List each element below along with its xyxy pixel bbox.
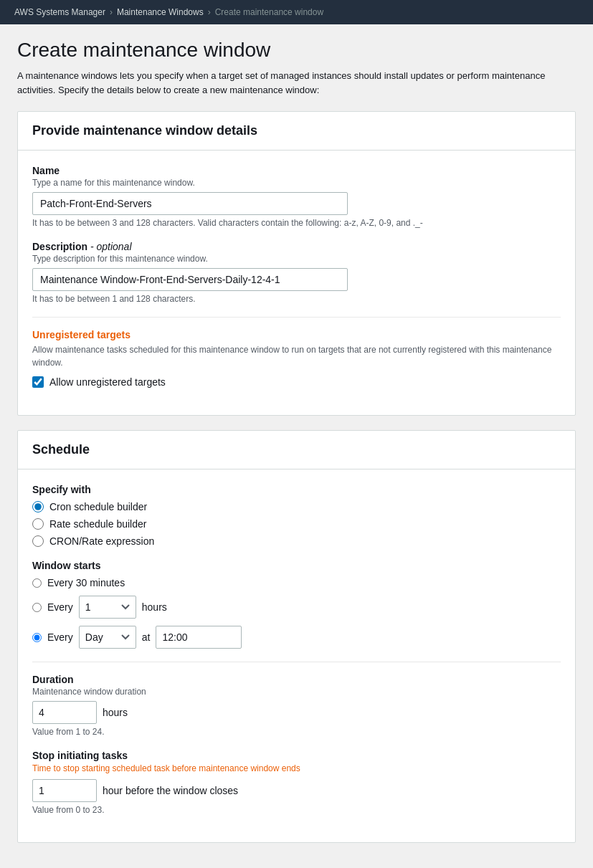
- description-validation: It has to be between 1 and 128 character…: [32, 294, 561, 304]
- name-hint: Type a name for this maintenance window.: [32, 178, 561, 188]
- schedule-card-body: Specify with Cron schedule builder Rate …: [18, 469, 575, 842]
- details-card-header: Provide maintenance window details: [18, 112, 575, 151]
- schedule-card-header: Schedule: [18, 431, 575, 469]
- duration-group: Duration Maintenance window duration hou…: [32, 674, 561, 737]
- every-hours-row: Every 1 2 3 6 12 hours: [32, 596, 561, 619]
- description-input[interactable]: [32, 268, 348, 291]
- duration-hint: Maintenance window duration: [32, 687, 561, 697]
- breadcrumb-sep-2: ›: [208, 7, 211, 17]
- cron-rate-expr-label[interactable]: CRON/Rate expression: [49, 535, 154, 547]
- breadcrumb-root[interactable]: AWS Systems Manager: [14, 7, 105, 17]
- cron-schedule-row: Cron schedule builder: [32, 501, 561, 512]
- stop-unit: hour before the window closes: [103, 785, 238, 796]
- every-30-label[interactable]: Every 30 minutes: [47, 577, 125, 588]
- breadcrumb-bar: AWS Systems Manager › Maintenance Window…: [0, 0, 593, 24]
- every-30-min-row: Every 30 minutes: [32, 577, 561, 588]
- duration-range: Value from 1 to 24.: [32, 727, 561, 737]
- page-description: A maintenance windows lets you specify w…: [17, 69, 576, 97]
- hours-select[interactable]: 1 2 3 6 12: [79, 596, 136, 619]
- every-30-radio[interactable]: [32, 578, 42, 588]
- hours-unit: hours: [142, 601, 167, 613]
- rate-schedule-label[interactable]: Rate schedule builder: [49, 518, 146, 530]
- stop-tasks-description: Time to stop starting scheduled task bef…: [32, 763, 561, 775]
- at-label: at: [142, 631, 151, 643]
- duration-input[interactable]: [32, 701, 97, 724]
- main-content: Create maintenance window A maintenance …: [0, 24, 593, 868]
- details-card: Provide maintenance window details Name …: [17, 111, 576, 416]
- page-title: Create maintenance window: [17, 39, 576, 62]
- rate-schedule-row: Rate schedule builder: [32, 518, 561, 530]
- schedule-section-title: Schedule: [32, 442, 561, 457]
- breadcrumb-current: Create maintenance window: [215, 7, 323, 17]
- window-starts-label: Window starts: [32, 560, 561, 571]
- duration-label: Duration: [32, 674, 561, 685]
- description-group: Description - optional Type description …: [32, 241, 561, 304]
- every-hours-label[interactable]: Every: [47, 601, 73, 613]
- window-starts-group: Window starts Every 30 minutes Every 1 2…: [32, 560, 561, 649]
- description-hint: Type description for this maintenance wi…: [32, 254, 561, 264]
- every-day-label[interactable]: Every: [47, 631, 73, 643]
- time-input[interactable]: [156, 626, 242, 649]
- allow-unregistered-label[interactable]: Allow unregistered targets: [49, 376, 166, 388]
- specify-with-label: Specify with: [32, 484, 561, 495]
- cron-rate-expr-radio[interactable]: [32, 535, 44, 547]
- every-day-radio[interactable]: [32, 633, 42, 642]
- details-card-body: Name Type a name for this maintenance wi…: [18, 151, 575, 415]
- cron-rate-expr-row: CRON/Rate expression: [32, 535, 561, 547]
- breadcrumb-sep-1: ›: [110, 7, 113, 17]
- unregistered-targets-group: Unregistered targets Allow maintenance t…: [32, 329, 561, 388]
- name-group: Name Type a name for this maintenance wi…: [32, 165, 561, 228]
- cron-schedule-label[interactable]: Cron schedule builder: [49, 501, 147, 512]
- cron-schedule-radio[interactable]: [32, 501, 44, 512]
- day-select[interactable]: Day Week Month: [79, 626, 136, 649]
- schedule-card: Schedule Specify with Cron schedule buil…: [17, 430, 576, 843]
- name-label: Name: [32, 165, 561, 176]
- breadcrumb-parent[interactable]: Maintenance Windows: [117, 7, 204, 17]
- description-label: Description - optional: [32, 241, 561, 252]
- allow-unregistered-row: Allow unregistered targets: [32, 376, 561, 388]
- every-hours-radio[interactable]: [32, 603, 42, 612]
- stop-input[interactable]: [32, 779, 97, 802]
- every-day-row: Every Day Week Month at: [32, 626, 561, 649]
- description-optional: - optional: [90, 241, 132, 252]
- stop-row: hour before the window closes: [32, 779, 561, 802]
- duration-unit: hours: [103, 707, 128, 718]
- name-input[interactable]: [32, 192, 348, 215]
- duration-row: hours: [32, 701, 561, 724]
- name-validation: It has to be between 3 and 128 character…: [32, 218, 561, 228]
- specify-with-group: Specify with Cron schedule builder Rate …: [32, 484, 561, 547]
- rate-schedule-radio[interactable]: [32, 518, 44, 530]
- stop-tasks-label: Stop initiating tasks: [32, 750, 561, 761]
- allow-unregistered-checkbox[interactable]: [32, 376, 44, 388]
- stop-range: Value from 0 to 23.: [32, 805, 561, 815]
- unregistered-targets-description: Allow maintenance tasks scheduled for th…: [32, 343, 561, 369]
- unregistered-targets-label: Unregistered targets: [32, 329, 561, 340]
- specify-with-radio-group: Cron schedule builder Rate schedule buil…: [32, 501, 561, 547]
- details-section-title: Provide maintenance window details: [32, 123, 561, 138]
- stop-tasks-group: Stop initiating tasks Time to stop start…: [32, 750, 561, 815]
